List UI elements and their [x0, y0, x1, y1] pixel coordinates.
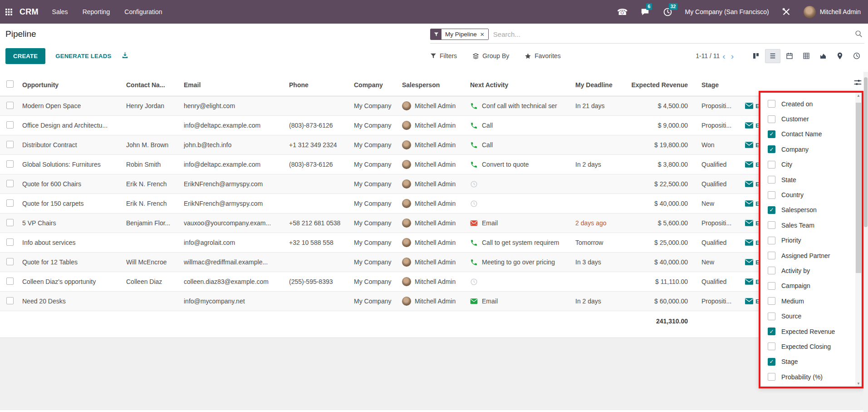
column-header-email[interactable]: Email [184, 81, 289, 89]
row-checkbox[interactable] [6, 258, 14, 265]
page-scrollbar[interactable] [863, 72, 868, 412]
row-checkbox[interactable] [6, 199, 14, 207]
select-all-checkbox[interactable] [6, 80, 14, 88]
row-checkbox[interactable] [6, 180, 14, 187]
cell-next-activity[interactable]: Meeting to go over pricing [470, 258, 575, 266]
pager-previous-icon[interactable]: ‹ [720, 51, 728, 61]
row-checkbox[interactable] [6, 121, 14, 129]
column-option-activity-by[interactable]: Activity by [760, 263, 862, 278]
column-checkbox[interactable] [768, 176, 775, 184]
row-checkbox[interactable] [6, 102, 14, 109]
column-header-company[interactable]: Company [354, 81, 402, 89]
column-checkbox[interactable] [768, 115, 775, 123]
calendar-view-icon[interactable] [782, 49, 797, 63]
column-option-probability[interactable]: Probability (%) [760, 369, 862, 384]
column-option-campaign[interactable]: Campaign [760, 278, 862, 293]
list-view-icon[interactable] [765, 49, 780, 63]
column-header-expected-revenue[interactable]: Expected Revenue [628, 81, 694, 89]
dropdown-scrollbar-thumb[interactable] [856, 103, 861, 273]
apps-grid-icon[interactable] [5, 9, 12, 15]
search-bar[interactable]: My Pipeline ✕ [430, 27, 864, 44]
table-row[interactable]: Colleen Diaz's opportunity Colleen Diaz … [0, 272, 868, 292]
column-checkbox[interactable] [768, 100, 775, 108]
column-checkbox[interactable]: ✓ [768, 206, 775, 214]
column-option-assigned-partner[interactable]: Assigned Partner [760, 248, 862, 263]
facet-remove-icon[interactable]: ✕ [480, 31, 485, 38]
row-checkbox[interactable] [6, 141, 14, 148]
column-option-medium[interactable]: Medium [760, 293, 862, 308]
dropdown-scrollbar[interactable]: ▲ ▼ [855, 93, 862, 387]
cell-next-activity[interactable]: Email [470, 298, 575, 305]
row-checkbox[interactable] [6, 219, 14, 226]
create-button[interactable]: CREATE [5, 48, 45, 64]
search-icon[interactable] [855, 30, 863, 39]
search-input[interactable] [493, 30, 850, 38]
column-header-salesperson[interactable]: Salesperson [402, 81, 470, 89]
row-checkbox[interactable] [6, 238, 14, 246]
menu-configuration[interactable]: Configuration [124, 8, 162, 15]
column-option-expected-closing[interactable]: Expected Closing [760, 339, 862, 354]
graph-view-icon[interactable] [815, 49, 831, 63]
app-name[interactable]: CRM [20, 7, 39, 17]
filters-button[interactable]: Filters [430, 52, 457, 60]
developer-tools-icon[interactable] [781, 6, 792, 17]
column-checkbox[interactable] [768, 313, 775, 320]
table-row[interactable]: Global Solutions: Furnitures Robin Smith… [0, 155, 868, 174]
column-checkbox[interactable]: ✓ [768, 130, 775, 138]
pivot-view-icon[interactable] [799, 49, 814, 63]
column-checkbox[interactable] [768, 191, 775, 199]
table-row[interactable]: Office Design and Architectu... info@del… [0, 116, 868, 135]
page-scrollbar-thumb[interactable] [864, 77, 868, 227]
cell-next-activity[interactable]: Conf call with technical ser [470, 102, 575, 110]
menu-sales[interactable]: Sales [52, 8, 68, 15]
column-header-stage[interactable]: Stage [694, 81, 744, 89]
column-checkbox[interactable]: ✓ [768, 145, 775, 153]
column-header-next-activity[interactable]: Next Activity [470, 81, 575, 89]
column-header-opportunity[interactable]: Opportunity [22, 81, 126, 89]
cell-next-activity[interactable] [470, 278, 575, 286]
user-menu[interactable]: Mitchell Admin [804, 6, 861, 18]
map-view-icon[interactable] [832, 49, 848, 63]
column-checkbox[interactable] [768, 373, 775, 381]
column-option-source[interactable]: Source [760, 308, 862, 323]
column-option-sales-team[interactable]: Sales Team [760, 218, 862, 233]
cell-next-activity[interactable]: Convert to quote [470, 161, 575, 169]
column-option-city[interactable]: City [760, 157, 862, 172]
cell-next-activity[interactable]: Email [470, 219, 575, 227]
column-checkbox[interactable] [768, 267, 775, 274]
menu-reporting[interactable]: Reporting [83, 8, 110, 15]
group-by-button[interactable]: Group By [472, 52, 509, 60]
search-facet[interactable]: My Pipeline ✕ [430, 29, 489, 40]
column-option-created-on[interactable]: Created on [760, 96, 862, 111]
table-row[interactable]: 5 VP Chairs Benjamin Flor... vauxoo@your… [0, 213, 868, 233]
activity-view-icon[interactable] [849, 49, 864, 63]
column-option-expected-revenue[interactable]: ✓ Expected Revenue [760, 324, 862, 339]
column-checkbox[interactable] [768, 221, 775, 229]
column-checkbox[interactable] [768, 297, 775, 305]
column-header-my-deadline[interactable]: My Deadline [575, 81, 628, 89]
row-checkbox[interactable] [6, 160, 14, 168]
messages-icon[interactable]: 6 [640, 6, 651, 17]
table-row[interactable]: Info about services info@agrolait.com +3… [0, 233, 868, 253]
cell-next-activity[interactable]: Call [470, 122, 575, 129]
table-row[interactable]: Need 20 Desks info@mycompany.net My Comp… [0, 292, 868, 311]
column-header-phone[interactable]: Phone [289, 81, 354, 89]
column-checkbox[interactable]: ✓ [768, 358, 775, 366]
column-option-customer[interactable]: Customer [760, 111, 862, 126]
column-option-priority[interactable]: Priority [760, 233, 862, 248]
column-option-contact-name[interactable]: ✓ Contact Name [760, 127, 862, 142]
column-option-state[interactable]: State [760, 172, 862, 187]
column-checkbox[interactable] [768, 282, 775, 290]
column-option-company[interactable]: ✓ Company [760, 142, 862, 157]
column-checkbox[interactable] [768, 252, 775, 259]
kanban-view-icon[interactable] [748, 49, 764, 63]
column-option-salesperson[interactable]: ✓ Salesperson [760, 203, 862, 218]
cell-next-activity[interactable] [470, 200, 575, 208]
row-checkbox[interactable] [6, 278, 14, 285]
table-row[interactable]: Quote for 12 Tables Will McEncroe willma… [0, 253, 868, 272]
column-option-country[interactable]: Country [760, 187, 862, 202]
cell-next-activity[interactable]: Call [470, 141, 575, 149]
pager-next-icon[interactable]: › [728, 51, 736, 61]
column-checkbox[interactable]: ✓ [768, 328, 775, 335]
favorites-button[interactable]: Favorites [525, 52, 561, 60]
